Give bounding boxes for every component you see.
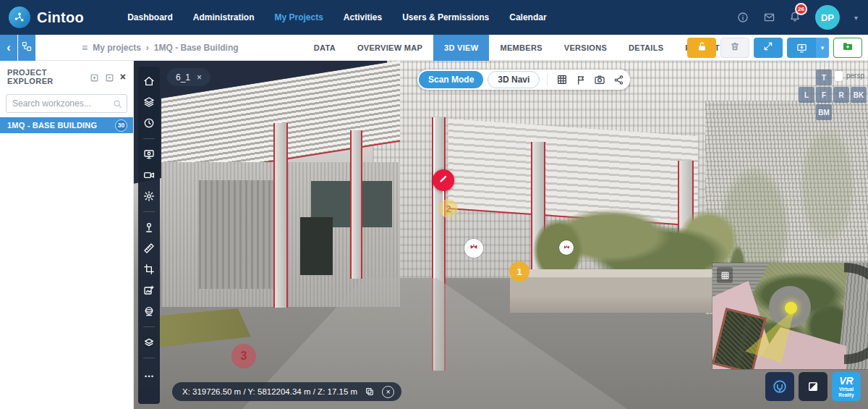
nav-users-permissions[interactable]: Users & Permissions: [402, 12, 489, 22]
expand-all-icon[interactable]: [90, 72, 99, 82]
view-cube-front[interactable]: F: [816, 87, 832, 103]
nav-dashboard[interactable]: Dashboard: [127, 12, 173, 22]
breadcrumb-separator: ›: [146, 43, 149, 53]
rail-divider: [143, 211, 155, 212]
scan-marker-1[interactable]: 1: [509, 261, 529, 282]
history-clock-icon[interactable]: [143, 117, 155, 129]
issue-marker[interactable]: [559, 240, 574, 255]
camera-icon[interactable]: [592, 72, 607, 87]
export-split-button[interactable]: ▾: [787, 38, 829, 58]
split-caret[interactable]: ▾: [816, 38, 829, 58]
rail-divider: [143, 138, 155, 139]
collapse-all-icon[interactable]: [105, 72, 114, 82]
grid-icon[interactable]: [555, 72, 569, 87]
view-cube-left[interactable]: L: [799, 87, 814, 103]
project-tabs: DATA OVERVIEW MAP 3D VIEW MEMBERS VERSIO…: [303, 35, 731, 61]
measure-ruler-icon[interactable]: [143, 243, 155, 254]
tab-members[interactable]: MEMBERS: [489, 35, 553, 61]
camera-360-icon[interactable]: [143, 169, 155, 181]
tab-versions[interactable]: VERSIONS: [553, 35, 618, 61]
tab-details[interactable]: DETAILS: [618, 35, 674, 61]
divider: [547, 73, 548, 86]
project-explorer-panel: PROJECT EXPLORER × 1MQ - BASE BUILDING 3…: [0, 61, 134, 409]
fullscreen-button[interactable]: [799, 372, 827, 401]
perspective-label: persp: [846, 72, 864, 80]
info-icon[interactable]: [737, 12, 749, 23]
scan-tab-close-icon[interactable]: ×: [197, 72, 202, 83]
avatar[interactable]: DP: [815, 5, 840, 30]
scene-column: [273, 123, 288, 308]
project-tree-button[interactable]: [18, 35, 35, 61]
breadcrumb-current[interactable]: 1MQ - Base Building: [154, 43, 239, 53]
workzone-count-badge: 30: [115, 119, 127, 132]
tab-overview-map[interactable]: OVERVIEW MAP: [346, 35, 433, 61]
coordinates-close-icon[interactable]: ×: [382, 386, 394, 398]
scan-marker-2[interactable]: 2: [439, 199, 458, 218]
add-to-folder-button[interactable]: [833, 38, 862, 58]
vr-caption-2: Reality: [838, 392, 854, 397]
settings-gear-icon[interactable]: [143, 190, 155, 202]
panel-header: PROJECT EXPLORER ×: [0, 61, 133, 90]
menu-icon[interactable]: ≡: [82, 42, 88, 54]
tree-icon: [22, 41, 32, 54]
layers-icon[interactable]: [143, 96, 155, 108]
view-cube-top[interactable]: T: [816, 69, 832, 85]
tab-data[interactable]: DATA: [303, 35, 346, 61]
minimap-grid-icon[interactable]: [717, 267, 733, 283]
workzone-item-selected[interactable]: 1MQ - BASE BUILDING 30: [0, 117, 133, 133]
crop-icon[interactable]: [143, 263, 155, 275]
brand[interactable]: Cintoo: [0, 7, 84, 28]
annotation-marker[interactable]: [433, 169, 454, 191]
issue-marker[interactable]: [464, 239, 483, 258]
workzone-label: 1MQ - BASE BUILDING: [7, 121, 97, 130]
navbar-right: 26 DP ▾: [737, 5, 868, 30]
3d-viewport[interactable]: … 6_1 × Scan Mode 3D Navi T L F R BK BM …: [134, 61, 868, 409]
mail-icon[interactable]: [763, 12, 775, 23]
scan-station-icon[interactable]: [143, 148, 155, 160]
notifications-bell[interactable]: 26: [789, 10, 801, 25]
minimap[interactable]: [712, 263, 868, 369]
view-cube-bottom[interactable]: BM: [816, 104, 832, 120]
close-panel-icon[interactable]: ×: [120, 72, 126, 82]
chevron-down-icon[interactable]: ▾: [854, 14, 858, 22]
vr-button[interactable]: VR Virtual Reality: [832, 372, 861, 401]
monitor-download-icon[interactable]: [787, 38, 816, 58]
more-options-icon[interactable]: …: [143, 368, 155, 379]
surveyor-point-icon[interactable]: [143, 222, 155, 233]
unlock-button[interactable]: [687, 38, 716, 58]
transfer-button[interactable]: [754, 38, 783, 58]
view-cube-right[interactable]: R: [833, 87, 849, 103]
perspective-checkbox[interactable]: [835, 71, 843, 81]
tab-3d-view[interactable]: 3D VIEW: [433, 35, 489, 61]
delete-button[interactable]: [720, 38, 749, 58]
copy-icon[interactable]: [365, 387, 375, 397]
clash-layers-icon[interactable]: [143, 337, 155, 348]
minimap-position-dot[interactable]: [785, 302, 797, 314]
search-input[interactable]: [6, 94, 127, 113]
nav-administration[interactable]: Administration: [193, 12, 255, 22]
nav-calendar[interactable]: Calendar: [509, 12, 546, 22]
scan-marker-3[interactable]: 3: [231, 344, 256, 368]
diagonal-arrows-icon: [763, 41, 773, 54]
notification-badge: 26: [795, 3, 807, 15]
home-view-icon[interactable]: [143, 75, 155, 87]
screenshot-icon[interactable]: [143, 284, 155, 296]
orbit-compass-button[interactable]: [765, 372, 794, 401]
pencil-icon: [438, 174, 448, 187]
back-button[interactable]: ‹: [0, 35, 17, 61]
folder-plus-icon: [842, 41, 854, 55]
nav-activities[interactable]: Activities: [344, 12, 382, 22]
viewer-tool-rail: …: [138, 67, 160, 404]
panel-title: PROJECT EXPLORER: [7, 68, 90, 85]
breadcrumb: ≡ My projects › 1MQ - Base Building: [82, 42, 239, 54]
app: Cintoo Dashboard Administration My Proje…: [0, 0, 868, 409]
scan-tab[interactable]: 6_1 ×: [167, 68, 210, 86]
view-cube-back[interactable]: BK: [851, 87, 867, 103]
share-icon[interactable]: [611, 72, 626, 87]
3d-navi-toggle[interactable]: 3D Navi: [488, 71, 540, 88]
sphere-icon[interactable]: [143, 305, 155, 317]
scan-mode-toggle[interactable]: Scan Mode: [419, 71, 483, 88]
breadcrumb-root[interactable]: My projects: [93, 43, 141, 53]
nav-my-projects[interactable]: My Projects: [274, 12, 323, 22]
flag-icon[interactable]: [574, 72, 588, 87]
